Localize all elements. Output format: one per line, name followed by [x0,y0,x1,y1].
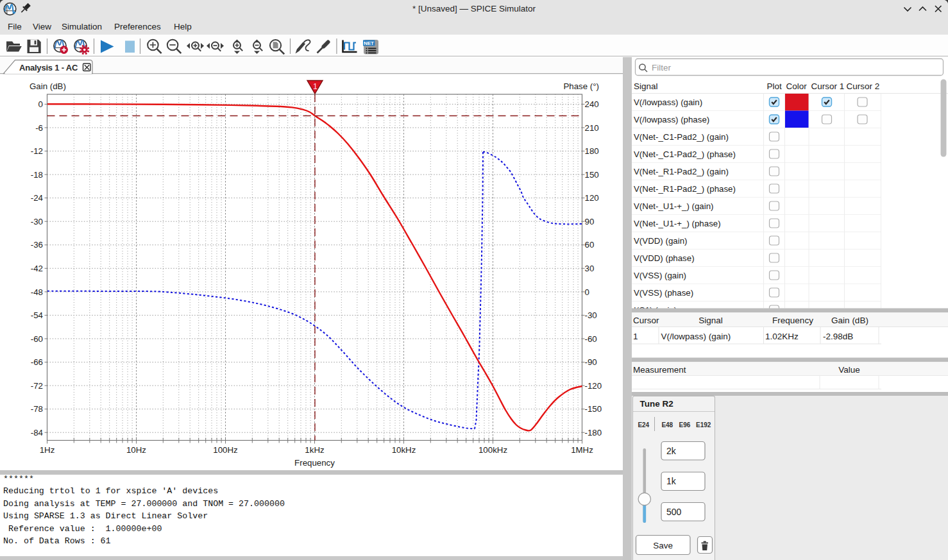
svg-text:0: 0 [38,99,43,109]
svg-text:Measurement: Measurement [633,365,686,375]
svg-text:100Hz: 100Hz [213,445,237,455]
svg-text:-42: -42 [31,264,43,273]
svg-text:-60: -60 [31,334,43,344]
svg-text:90: 90 [585,217,595,226]
svg-text:-66: -66 [31,357,43,367]
svg-text:Signal: Signal [634,81,658,91]
svg-text:Value: Value [838,365,860,375]
svg-text:V(VDD) (gain): V(VDD) (gain) [634,236,688,246]
svg-text:E24: E24 [638,421,649,428]
svg-text:210: 210 [585,123,599,133]
svg-text:Cursor: Cursor [633,316,659,325]
svg-text:1Hz: 1Hz [40,445,55,455]
svg-text:E192: E192 [696,421,711,428]
svg-text:V(/lowpass) (phase): V(/lowpass) (phase) [634,115,709,124]
svg-text:100kHz: 100kHz [478,445,507,455]
svg-text:1MHz: 1MHz [571,445,593,455]
svg-text:Save: Save [653,541,673,550]
svg-text:500: 500 [666,507,682,517]
svg-text:Signal: Signal [698,316,723,325]
svg-text:Gain (dB): Gain (dB) [30,81,66,91]
svg-text:Cursor 1: Cursor 1 [811,81,845,91]
svg-text:V(VSS) (phase): V(VSS) (phase) [634,288,693,298]
svg-text:Filter: Filter [652,63,672,72]
svg-text:-2.98dB: -2.98dB [823,332,853,341]
svg-text:0: 0 [585,287,589,297]
svg-text:10kHz: 10kHz [392,445,416,455]
svg-text:-180: -180 [585,428,602,437]
svg-text:Frequency: Frequency [294,458,335,468]
svg-text:V(VDD) (phase): V(VDD) (phase) [634,253,695,263]
svg-text:1kHz: 1kHz [305,445,324,455]
svg-text:-54: -54 [31,310,43,320]
svg-text:30: 30 [585,264,595,273]
svg-text:-150: -150 [585,404,602,414]
svg-text:V(Net-_C1-Pad2_) (gain): V(Net-_C1-Pad2_) (gain) [634,132,729,142]
svg-text:Phase (°): Phase (°) [563,81,599,91]
svg-text:Analysis 1 - AC: Analysis 1 - AC [19,63,78,72]
svg-text:E48: E48 [661,421,673,428]
svg-text:-60: -60 [585,334,597,344]
svg-text:Cursor 2: Cursor 2 [847,81,880,91]
svg-text:V(/lowpass) (gain): V(/lowpass) (gain) [661,332,731,341]
svg-text:Color: Color [786,81,808,91]
svg-text:V(Net-_U1-+_) (phase): V(Net-_U1-+_) (phase) [634,219,721,228]
svg-text:-36: -36 [31,240,43,250]
svg-text:180: 180 [585,146,599,156]
svg-text:-84: -84 [31,428,43,437]
svg-text:10Hz: 10Hz [126,445,146,455]
svg-text:V(Net-_U1-+_) (gain): V(Net-_U1-+_) (gain) [634,201,714,211]
svg-text:-120: -120 [585,381,602,391]
svg-text:V(Net-_C1-Pad2_) (phase): V(Net-_C1-Pad2_) (phase) [634,149,736,159]
svg-text:1: 1 [633,332,638,341]
svg-text:-30: -30 [31,217,43,226]
svg-text:-90: -90 [585,357,597,367]
svg-text:1.02KHz: 1.02KHz [765,332,799,341]
svg-text:V(VSS) (gain): V(VSS) (gain) [634,271,686,280]
svg-text:240: 240 [585,99,599,109]
svg-text:Frequency: Frequency [772,316,813,325]
svg-text:-24: -24 [31,193,43,203]
svg-text:60: 60 [585,240,595,250]
svg-text:V(Net-_R1-Pad2_) (gain): V(Net-_R1-Pad2_) (gain) [634,167,729,176]
svg-text:-18: -18 [31,170,43,180]
svg-text:-78: -78 [31,404,43,414]
svg-text:-12: -12 [31,146,43,156]
svg-text:V(/lowpass) (gain): V(/lowpass) (gain) [634,98,702,107]
svg-text:Plot: Plot [767,81,783,91]
svg-text:-6: -6 [35,123,43,133]
svg-text:150: 150 [585,170,599,180]
svg-text:Gain (dB): Gain (dB) [831,316,868,325]
svg-text:120: 120 [585,193,599,203]
svg-text:-30: -30 [585,310,597,320]
svg-text:1: 1 [313,82,317,91]
svg-text:E96: E96 [679,421,691,428]
svg-text:NET: NET [364,40,374,46]
svg-text:2k: 2k [666,446,677,456]
svg-text:-72: -72 [31,381,43,391]
svg-text:V(Net-_R1-Pad2_) (phase): V(Net-_R1-Pad2_) (phase) [634,184,736,194]
svg-text:-48: -48 [31,287,43,297]
svg-text:1k: 1k [666,476,677,486]
